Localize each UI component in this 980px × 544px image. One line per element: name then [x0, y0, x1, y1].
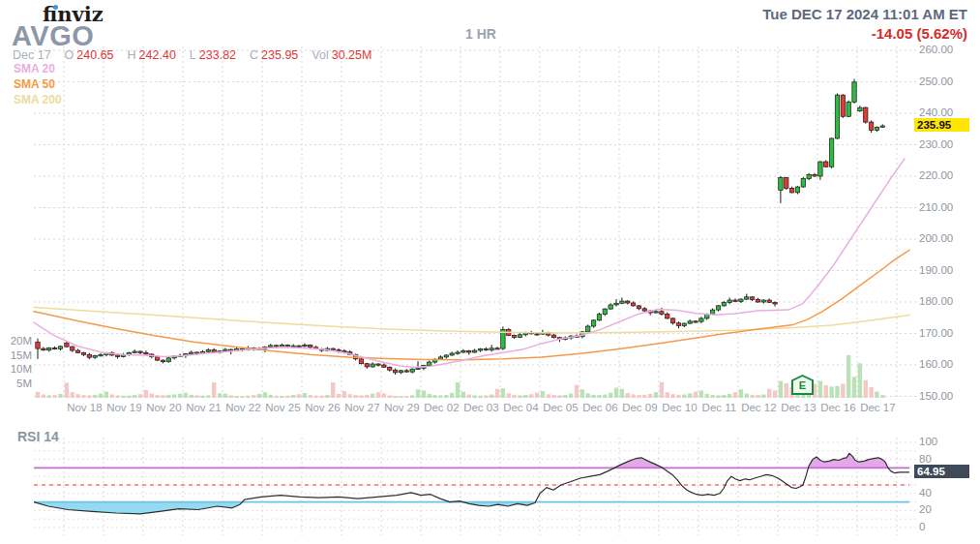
candle-body: [467, 350, 471, 352]
timeframe-label[interactable]: 1 HR: [423, 26, 539, 42]
volume-bar: [422, 390, 426, 398]
price-axis-label: 200.00: [919, 232, 953, 244]
volume-bar: [716, 395, 720, 398]
volume-bar: [841, 384, 845, 399]
candle-body: [688, 321, 692, 323]
high-value: 242.40: [139, 48, 176, 62]
candle-body: [472, 350, 476, 352]
volume-bar: [104, 392, 108, 398]
volume-bar: [229, 395, 233, 398]
candle-body: [603, 309, 607, 315]
legend-sma20[interactable]: SMA 20: [14, 62, 55, 76]
candle-body: [745, 297, 749, 299]
price-change: -14.05 (5.62%): [872, 25, 967, 42]
volume-bar: [393, 396, 397, 398]
volume-bar: [47, 395, 51, 398]
volume-bar: [42, 395, 45, 398]
volume-bar: [597, 395, 601, 398]
candle-body: [756, 299, 759, 302]
volume-bar: [161, 395, 164, 398]
rsi-axis-label: 100: [919, 436, 937, 447]
volume-bar: [761, 395, 765, 398]
candle-body: [818, 162, 822, 176]
volume-bar: [563, 395, 567, 398]
volume-bar: [467, 395, 471, 398]
volume-bar: [620, 389, 624, 398]
volume-bar: [365, 395, 369, 398]
candle-body: [716, 306, 720, 310]
volume-bar: [87, 395, 91, 398]
candle-body: [795, 187, 799, 193]
rsi-axis-label: 40: [919, 487, 932, 499]
legend-sma50[interactable]: SMA 50: [14, 77, 55, 91]
candle-body: [535, 334, 539, 335]
candle-body: [484, 348, 488, 349]
volume-bar: [829, 386, 833, 398]
date-axis-label: Dec 17: [847, 402, 907, 413]
volume-bar: [200, 396, 204, 398]
volume-bar: [115, 395, 119, 398]
candle-body: [824, 162, 828, 166]
volume-bar: [93, 395, 97, 398]
volume-bar: [654, 392, 658, 398]
candle-body: [846, 102, 850, 116]
volume-bar: [234, 396, 238, 398]
candle-body: [789, 188, 793, 193]
volume-bar: [337, 394, 341, 398]
volume-bar: [319, 396, 323, 398]
volume-bar: [637, 395, 640, 398]
candle-body: [93, 356, 97, 358]
ohlc-date: Dec 17: [13, 48, 51, 62]
price-chart-canvas[interactable]: [0, 0, 980, 544]
day-boundary-gridlines: [64, 46, 897, 535]
candle-body: [371, 364, 374, 367]
candle-body: [438, 357, 442, 359]
legend-sma200[interactable]: SMA 200: [14, 93, 62, 106]
candle-body: [869, 122, 873, 130]
volume-axis-label: 15M: [0, 349, 32, 361]
volume-bar: [81, 395, 85, 398]
volume-bar: [705, 394, 709, 398]
volume-bar: [547, 394, 550, 398]
rsi-indicator-label[interactable]: RSI 14: [17, 429, 59, 444]
finviz-chart-page: finviz AVGO 1 HR Tue DEC 17 2024 11:01 A…: [0, 0, 980, 544]
candle-body: [785, 178, 788, 189]
price-axis-label: 230.00: [919, 138, 953, 150]
volume-bar: [676, 395, 680, 398]
volume-bar: [495, 389, 499, 398]
volume-bar: [688, 393, 692, 398]
volume-bar: [428, 394, 431, 398]
candle-body: [71, 347, 74, 350]
candle-body: [750, 297, 754, 300]
price-axis-label: 180.00: [919, 295, 953, 307]
candle-body: [807, 174, 811, 178]
candle-body: [155, 357, 159, 361]
candle-body: [512, 335, 516, 337]
volume-bar: [382, 393, 386, 398]
volume-bar: [750, 395, 754, 398]
volume-bar: [376, 392, 380, 398]
volume-bar: [155, 395, 159, 398]
volume-bar: [52, 395, 56, 398]
volume-bar: [626, 393, 630, 398]
volume-bar: [309, 395, 312, 398]
volume-bar: [206, 395, 210, 398]
candle-body: [388, 367, 392, 370]
candle-body: [478, 348, 482, 350]
candle-body: [722, 303, 726, 306]
candle-body: [47, 348, 51, 349]
candle-body: [773, 302, 777, 304]
candle-body: [694, 321, 698, 322]
candle-body: [829, 138, 833, 166]
volume-bar: [178, 394, 182, 398]
candle-body: [620, 301, 624, 303]
candle-body: [875, 127, 878, 130]
volume-bar: [303, 393, 307, 398]
volume-bar: [739, 389, 743, 398]
volume-bar: [240, 396, 244, 398]
volume-bar: [501, 388, 505, 398]
ohlc-bar: Dec 17 O240.65 H242.40 L233.82 C235.95 V…: [13, 48, 371, 62]
volume-bar: [710, 395, 714, 398]
candle-body: [399, 371, 402, 373]
candle-body: [699, 318, 703, 321]
